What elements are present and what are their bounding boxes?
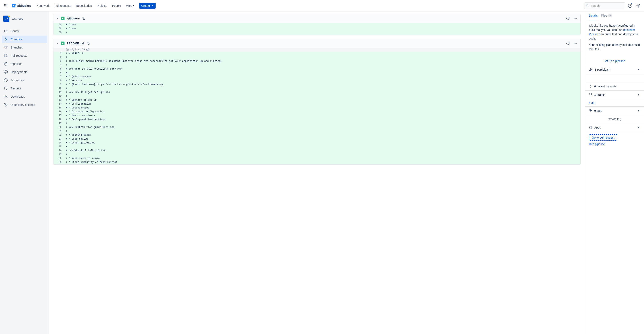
sidebar-item-deployments[interactable]: Deployments — [2, 68, 47, 76]
diff-line[interactable]: 13+ * Summary of set up — [54, 98, 580, 102]
nav-pull-requests[interactable]: Pull requests — [52, 3, 73, 8]
diff-line[interactable]: 14+ * Configuration — [54, 102, 580, 106]
diff-line[interactable]: 22+ * Writing tests — [54, 133, 580, 137]
line-content: + This README would normally document wh… — [64, 59, 580, 63]
diff-line[interactable]: 49+ *.wmv — [54, 27, 580, 31]
line-content: + * Database configuration — [64, 110, 580, 114]
line-number: 6 — [54, 71, 64, 75]
file-added-icon: + — [61, 42, 64, 45]
sidebar-item-jira-issues[interactable]: Jira issues — [2, 76, 47, 84]
branch-link-main[interactable]: main — [589, 101, 595, 104]
diff-line[interactable]: 28+ * Repo owner or admin — [54, 156, 580, 160]
diff-line[interactable]: 21+ — [54, 129, 580, 133]
sidebar-item-pipelines[interactable]: Pipelines — [2, 60, 47, 68]
diff-line[interactable]: 15+ * Dependencies — [54, 106, 580, 110]
diff-line[interactable]: 19+ — [54, 122, 580, 126]
tab-details[interactable]: Details — [589, 12, 598, 20]
diff-line[interactable]: 10+ — [54, 86, 580, 90]
sidebar-label: Downloads — [11, 95, 25, 98]
nav-repositories[interactable]: Repositories — [74, 3, 94, 8]
commit-icon — [589, 85, 592, 88]
line-content: + * Other guidelines — [64, 141, 580, 145]
tab-files[interactable]: Files 2 — [601, 12, 612, 20]
bitbucket-logo[interactable]: Bitbucket — [10, 4, 32, 8]
file-added-icon: + — [61, 16, 64, 20]
sidebar-item-downloads[interactable]: Downloads — [2, 93, 47, 100]
branch-icon — [589, 93, 592, 96]
sidebar-item-security[interactable]: Security — [2, 85, 47, 92]
nav-your-work[interactable]: Your work — [35, 3, 52, 8]
svg-point-13 — [638, 5, 639, 6]
diff-line[interactable]: 11+ ### How do I get set up? ### — [54, 90, 580, 94]
line-number: 27 — [54, 153, 64, 156]
nav-people[interactable]: People — [110, 3, 123, 8]
diff-line[interactable]: 25+ — [54, 145, 580, 149]
sidebar-label: Security — [11, 87, 21, 90]
diff-line[interactable]: 7+ * Quick summary — [54, 75, 580, 79]
collapse-icon[interactable] — [56, 17, 59, 20]
create-button[interactable]: Create ▼ — [139, 3, 156, 8]
line-content: + — [64, 122, 580, 126]
diff-line[interactable]: 48+ *.mov — [54, 23, 580, 27]
line-number: 19 — [54, 122, 64, 126]
collapse-icon[interactable] — [56, 42, 59, 45]
sidebar-item-commits[interactable]: Commits — [2, 36, 47, 43]
diff-line[interactable]: 17+ * How to run tests — [54, 114, 580, 118]
diff-line[interactable]: 18+ * Deployment instructions — [54, 118, 580, 122]
diff-line[interactable]: 29+ * Other community or team contact — [54, 160, 580, 164]
copy-icon[interactable] — [86, 41, 90, 46]
diff-line[interactable]: 27+ — [54, 153, 580, 156]
more-icon[interactable] — [572, 41, 578, 46]
diff-line[interactable]: 20+ ### Contribution guidelines ### — [54, 126, 580, 129]
participants-row[interactable]: 1 participant ▼ — [585, 65, 644, 74]
repo-header[interactable]: 🔒 test-repo — [2, 16, 47, 25]
diff-line[interactable]: 12+ — [54, 94, 580, 98]
svg-point-3 — [4, 5, 5, 6]
settings-icon[interactable] — [635, 2, 642, 9]
sidebar-item-source[interactable]: Source — [2, 28, 47, 35]
run-pipeline-link[interactable]: Run pipeline — [589, 142, 640, 146]
nav-projects[interactable]: Projects — [95, 3, 109, 8]
sidebar-item-repository-settings[interactable]: Repository settings — [2, 101, 47, 108]
line-number: 49 — [54, 27, 64, 31]
more-icon[interactable] — [572, 16, 578, 21]
line-content: + ### Who do I talk to? ### — [64, 149, 580, 153]
refresh-icon[interactable] — [565, 16, 570, 21]
chevron-down-icon: ▼ — [638, 109, 640, 112]
go-to-pull-request-button[interactable]: Go to pull request — [589, 134, 618, 141]
diff-line[interactable]: 1+ # README # — [54, 52, 580, 56]
diff-line[interactable]: 26+ ### Who do I talk to? ### — [54, 149, 580, 153]
diff-line[interactable]: 4+ — [54, 63, 580, 67]
diff-line[interactable]: 23+ * Code review — [54, 137, 580, 141]
line-content: + ### Contribution guidelines ### — [64, 126, 580, 129]
diff-line[interactable]: 16+ * Database configuration — [54, 110, 580, 114]
setup-pipeline-link[interactable]: Set up a pipeline — [604, 59, 625, 62]
tags-row[interactable]: 0 tags ▼ — [585, 107, 644, 115]
svg-point-8 — [6, 6, 7, 7]
copy-icon[interactable] — [82, 16, 86, 20]
apps-row[interactable]: Apps ▼ — [585, 124, 644, 132]
create-tag-link[interactable]: Create tag — [608, 118, 621, 121]
search-input[interactable] — [584, 2, 625, 9]
diff-line[interactable]: 24+ * Other guidelines — [54, 141, 580, 145]
svg-point-4 — [5, 5, 6, 6]
diff-line[interactable]: 50+ — [54, 31, 580, 34]
diff-line[interactable]: 8+ * Version — [54, 79, 580, 83]
app-switcher-icon[interactable] — [2, 2, 9, 9]
branch-row[interactable]: 1 branch ▼ — [585, 91, 644, 99]
help-icon[interactable] — [627, 2, 633, 9]
sidebar-item-branches[interactable]: Branches — [2, 44, 47, 51]
refresh-icon[interactable] — [565, 41, 570, 46]
diff-line[interactable]: 2+ — [54, 56, 580, 59]
diff-line[interactable]: 3+ This README would normally document w… — [54, 59, 580, 63]
diff-line[interactable]: 6+ — [54, 71, 580, 75]
line-content: + — [64, 129, 580, 133]
line-content: + * Version — [64, 79, 580, 83]
right-actions: Go to pull request Run pipeline — [585, 132, 644, 148]
sidebar-item-pull-requests[interactable]: Pull requests — [2, 52, 47, 59]
line-content: + — [64, 31, 580, 34]
line-content: + * Deployment instructions — [64, 118, 580, 122]
diff-line[interactable]: 9+ * [Learn Markdown](https://bitbucket.… — [54, 83, 580, 86]
diff-line[interactable]: 5+ ### What is this repository for? ### — [54, 67, 580, 71]
nav-more[interactable]: More ▾ — [124, 3, 136, 8]
